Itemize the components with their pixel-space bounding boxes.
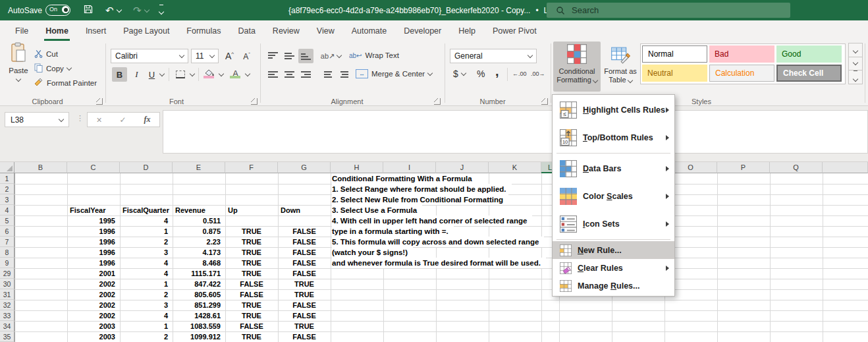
cell-D33[interactable]: 4 — [120, 310, 173, 321]
borders-button[interactable] — [173, 67, 188, 82]
wrap-text-button[interactable]: ab↩ Wrap Text — [349, 49, 399, 62]
cell-E6[interactable]: 0.875 — [173, 226, 225, 237]
cell-E7[interactable]: 2.23 — [173, 237, 225, 247]
orientation-dropdown-icon[interactable] — [337, 53, 342, 58]
menu-item-highlight-cells-rules[interactable]: ≤Highlight Cells Rules — [553, 96, 674, 124]
save-button[interactable] — [83, 0, 94, 20]
merge-center-button[interactable]: ↔ Merge & Center — [356, 67, 432, 80]
cell-style-check-cell[interactable]: Check Cell — [776, 65, 842, 82]
bottom-align-button[interactable] — [298, 49, 313, 63]
cell-C6[interactable]: 1996 — [67, 226, 120, 237]
row-header-6[interactable]: 6 — [0, 226, 14, 237]
cell-C4[interactable]: FiscalYear — [67, 205, 120, 215]
cell-D32[interactable]: 3 — [120, 300, 173, 310]
cell-C31[interactable]: 2002 — [67, 289, 120, 300]
cell-D9[interactable]: 4 — [120, 258, 173, 268]
menu-item-icon-sets[interactable]: Icon Sets — [553, 210, 674, 238]
row-header-34[interactable]: 34 — [0, 321, 14, 331]
cancel-icon[interactable]: × — [96, 115, 101, 125]
search-box[interactable]: Search — [547, 3, 790, 18]
cell-E33[interactable]: 1428.61 — [173, 310, 225, 321]
column-header-F[interactable]: F — [225, 162, 278, 173]
column-header-Q[interactable]: Q — [770, 162, 823, 173]
cell-C9[interactable]: 1996 — [67, 258, 120, 268]
name-box-dropdown-icon[interactable] — [59, 116, 64, 121]
cell-F30[interactable]: FALSE — [225, 279, 278, 289]
currency-dropdown-icon[interactable] — [461, 71, 466, 76]
cell-D35[interactable]: 2 — [120, 331, 173, 342]
tab-review[interactable]: Review — [264, 20, 308, 41]
cell-D34[interactable]: 1 — [120, 321, 173, 331]
menu-item-top-bottom-rules[interactable]: 10Top/Bottom Rules — [553, 124, 674, 152]
tab-developer[interactable]: Developer — [395, 20, 450, 41]
percent-style-button[interactable]: % — [477, 67, 485, 80]
cell-F9[interactable]: TRUE — [225, 258, 278, 268]
cell-G6[interactable]: FALSE — [278, 226, 331, 237]
format-as-table-button[interactable]: Format asTable — [602, 42, 639, 92]
cell-H3[interactable]: 2. Select New Rule from Conditional Form… — [332, 194, 508, 205]
column-header-H[interactable]: H — [331, 162, 383, 173]
cell-H8[interactable]: (watch your $ signs!) — [332, 247, 413, 258]
align-center-button[interactable] — [282, 67, 297, 82]
cell-E4[interactable]: Revenue — [173, 205, 225, 215]
cell-F35[interactable]: TRUE — [225, 331, 278, 342]
qat-customize-button[interactable] — [159, 0, 163, 20]
cell-G33[interactable]: FALSE — [278, 310, 331, 321]
bold-button[interactable]: B — [112, 67, 127, 82]
increase-indent-button[interactable] — [337, 67, 352, 82]
row-header-5[interactable]: 5 — [0, 215, 14, 226]
cell-H4[interactable]: 3. Select Use a Formula — [332, 205, 422, 215]
row-header-32[interactable]: 32 — [0, 300, 14, 310]
gallery-more-button[interactable] — [848, 70, 863, 84]
cell-G7[interactable]: FALSE — [278, 237, 331, 247]
cell-E34[interactable]: 1083.559 — [173, 321, 225, 331]
tab-view[interactable]: View — [308, 20, 343, 41]
formula-bar-splitter[interactable]: ⋮ — [76, 114, 83, 123]
cell-H1[interactable]: Conditional Formatting With a Formula — [332, 173, 477, 184]
column-header-G[interactable]: G — [278, 162, 331, 173]
select-all-corner[interactable] — [0, 162, 14, 173]
tab-file[interactable]: File — [7, 20, 37, 41]
row-header-2[interactable]: 2 — [0, 184, 14, 194]
cell-C8[interactable]: 1996 — [67, 247, 120, 258]
cell-E30[interactable]: 847.422 — [173, 279, 225, 289]
font-color-dropdown-icon[interactable] — [245, 71, 250, 76]
cell-C30[interactable]: 2002 — [67, 279, 120, 289]
row-header-29[interactable]: 29 — [0, 268, 14, 279]
cell-E35[interactable]: 1099.912 — [173, 331, 225, 342]
cell-style-calculation[interactable]: Calculation — [709, 65, 774, 82]
cell-style-good[interactable]: Good — [776, 45, 842, 63]
cell-G8[interactable]: FALSE — [278, 247, 331, 258]
cell-style-neutral[interactable]: Neutral — [642, 65, 707, 82]
cell-D6[interactable]: 1 — [120, 226, 173, 237]
redo-button[interactable]: ↷ — [133, 0, 149, 20]
cell-C33[interactable]: 2002 — [67, 310, 120, 321]
gallery-scroll-down-button[interactable] — [848, 57, 863, 71]
cell-H9[interactable]: and whenever formula is True desired for… — [332, 258, 546, 268]
conditional-formatting-button[interactable]: ConditionalFormatting — [553, 42, 601, 92]
cell-G30[interactable]: TRUE — [278, 279, 331, 289]
row-header-33[interactable]: 33 — [0, 310, 14, 321]
tab-page-layout[interactable]: Page Layout — [115, 20, 178, 41]
undo-button[interactable]: ↶ — [105, 0, 121, 20]
number-dialog-launcher-icon[interactable] — [541, 98, 548, 105]
insert-function-icon[interactable]: fx — [144, 115, 151, 125]
cell-G4[interactable]: Down — [278, 205, 331, 215]
menu-item-data-bars[interactable]: Data Bars — [553, 155, 674, 183]
cell-F34[interactable]: FALSE — [225, 321, 278, 331]
row-header-4[interactable]: 4 — [0, 205, 14, 215]
underline-dropdown-icon[interactable] — [159, 71, 165, 76]
redo-dropdown-icon[interactable] — [144, 7, 149, 12]
column-header-P[interactable]: P — [717, 162, 770, 173]
orientation-button[interactable]: ab↗ — [320, 49, 335, 63]
cell-C7[interactable]: 1996 — [67, 237, 120, 247]
cell-style-bad[interactable]: Bad — [709, 45, 774, 63]
cut-button[interactable]: Cut — [34, 47, 58, 61]
comma-style-button[interactable]: , — [495, 65, 499, 78]
cell-D30[interactable]: 1 — [120, 279, 173, 289]
cell-D31[interactable]: 2 — [120, 289, 173, 300]
tab-data[interactable]: Data — [229, 20, 263, 41]
font-size-combo[interactable]: 11 — [191, 49, 219, 63]
format-painter-button[interactable]: Format Painter — [34, 76, 97, 90]
column-header-E[interactable]: E — [173, 162, 225, 173]
